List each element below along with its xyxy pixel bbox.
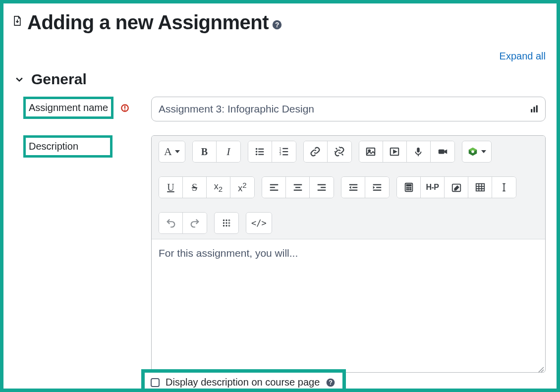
align-right-icon [316, 182, 327, 193]
section-header[interactable]: General [14, 71, 548, 88]
media-icon [389, 146, 400, 157]
clear-formatting-button[interactable] [492, 177, 516, 198]
image-button[interactable] [359, 141, 383, 162]
media-button[interactable] [383, 141, 407, 162]
editor-toolbar: A B I 12 [152, 136, 545, 239]
svg-point-8 [256, 148, 258, 150]
redo-icon [189, 218, 200, 228]
record-audio-button[interactable] [407, 141, 431, 162]
svg-rect-3 [124, 106, 125, 109]
display-description-checkbox[interactable] [151, 378, 160, 387]
row-assignment-name: Assignment name [12, 97, 548, 121]
strikethrough-button[interactable]: S [183, 177, 207, 198]
caret-down-icon [481, 150, 486, 153]
align-center-button[interactable] [286, 177, 310, 198]
label-highlight: Assignment name [23, 97, 113, 119]
edit-button[interactable] [445, 177, 468, 198]
svg-point-66 [223, 225, 224, 226]
numbered-list-icon: 123 [279, 146, 289, 157]
bulleted-list-button[interactable] [248, 141, 272, 162]
assignment-name-input[interactable] [151, 97, 546, 121]
form-grid: Assignment name [12, 97, 548, 373]
svg-rect-46 [373, 190, 382, 191]
svg-point-52 [410, 187, 411, 188]
label-assignment-name: Assignment name [29, 102, 108, 113]
svg-rect-25 [418, 155, 419, 157]
description-text: For this assignment, you will... [159, 247, 298, 259]
table-button[interactable] [468, 177, 492, 198]
align-right-button[interactable] [310, 177, 334, 198]
svg-rect-6 [534, 107, 535, 112]
display-description-row: Display description on course page ? [141, 369, 346, 392]
svg-point-30 [471, 150, 474, 153]
description-editor-body[interactable]: For this assignment, you will... [152, 239, 545, 372]
svg-rect-5 [531, 109, 532, 112]
svg-point-67 [225, 225, 227, 226]
paragraph-style-button[interactable]: A [159, 141, 185, 162]
align-left-icon [269, 182, 280, 193]
svg-point-62 [223, 220, 224, 221]
outdent-icon [348, 182, 359, 193]
section-title: General [31, 71, 87, 88]
svg-point-55 [410, 189, 411, 190]
required-icon [120, 104, 129, 112]
label-highlight: Description [23, 135, 112, 158]
svg-rect-13 [259, 154, 264, 155]
svg-rect-26 [439, 149, 445, 154]
microphone-icon [413, 146, 424, 157]
svg-rect-11 [259, 151, 264, 152]
record-video-button[interactable] [431, 141, 454, 162]
help-icon[interactable]: ? [326, 378, 336, 388]
svg-marker-23 [394, 150, 397, 153]
svg-point-50 [406, 187, 407, 188]
align-left-button[interactable] [262, 177, 286, 198]
outdent-button[interactable] [341, 177, 365, 198]
link-icon [310, 146, 321, 157]
braille-icon [221, 218, 232, 228]
video-camera-icon [437, 146, 448, 157]
bar-chart-icon[interactable] [530, 105, 539, 113]
underline-button[interactable]: U [159, 177, 183, 198]
redo-button[interactable] [183, 213, 207, 233]
panopto-icon [467, 146, 478, 157]
svg-point-69 [228, 223, 230, 224]
html-button[interactable]: </> [246, 213, 272, 233]
svg-rect-15 [282, 148, 288, 149]
svg-rect-41 [352, 187, 357, 188]
table-icon [475, 182, 486, 193]
svg-rect-9 [259, 149, 264, 150]
expand-all-link[interactable]: Expand all [500, 51, 546, 62]
link-button[interactable] [304, 141, 328, 162]
panopto-button[interactable] [462, 141, 491, 162]
h5p-button[interactable]: H-P [421, 177, 445, 198]
page-title: Adding a new Assignment ? [27, 11, 282, 34]
superscript-button[interactable]: x2 [230, 177, 254, 198]
undo-icon [166, 218, 176, 228]
svg-point-53 [406, 189, 407, 190]
accessibility-checker-button[interactable] [215, 213, 238, 233]
svg-text:?: ? [275, 21, 279, 28]
resize-handle[interactable] [537, 364, 544, 371]
svg-rect-4 [124, 110, 125, 111]
edit-icon [451, 182, 462, 193]
svg-rect-7 [536, 106, 538, 112]
svg-rect-33 [270, 190, 278, 191]
subscript-button[interactable]: x2 [207, 177, 230, 198]
numbered-list-button[interactable]: 123 [272, 141, 296, 162]
label-description: Description [29, 141, 78, 152]
svg-rect-19 [282, 154, 288, 155]
svg-point-10 [256, 151, 258, 153]
equation-button[interactable] [397, 177, 421, 198]
bold-button[interactable]: B [193, 141, 217, 162]
svg-rect-49 [406, 185, 411, 186]
svg-rect-39 [318, 190, 326, 191]
undo-button[interactable] [159, 213, 183, 233]
expand-all-row: Expand all [12, 51, 548, 62]
italic-button[interactable]: I [217, 141, 240, 162]
help-icon[interactable]: ? [272, 19, 282, 30]
image-icon [365, 146, 376, 157]
row-description: Description A B [12, 135, 548, 373]
indent-button[interactable] [365, 177, 389, 198]
svg-point-51 [408, 187, 409, 188]
unlink-button[interactable] [328, 141, 351, 162]
